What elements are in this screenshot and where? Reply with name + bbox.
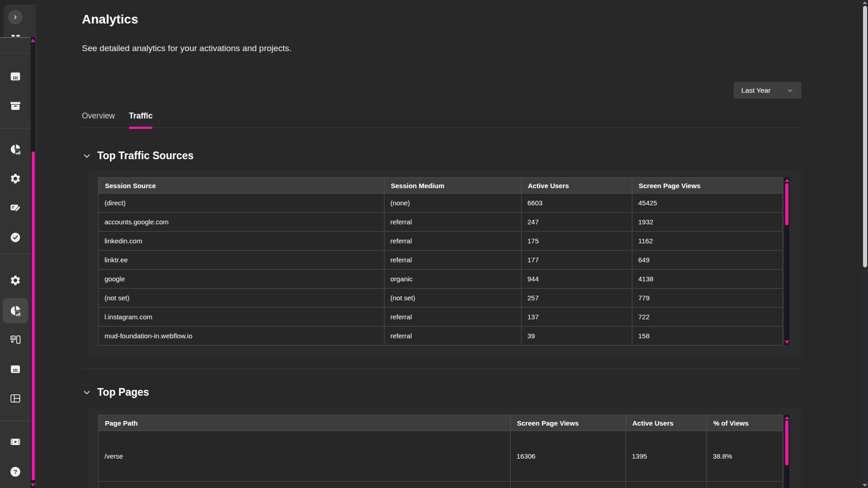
window-scrollbar[interactable]	[862, 0, 868, 488]
sidebar-divider	[0, 53, 30, 53]
table-cell: 16306	[511, 431, 626, 482]
table-cell: 1395	[626, 431, 707, 482]
table-cell: referral	[384, 213, 522, 232]
sidebar-scrollbar[interactable]	[31, 37, 35, 488]
table-cell: organic	[384, 270, 522, 289]
sidebar-item-layout[interactable]	[5, 388, 26, 409]
sidebar-item-media[interactable]	[5, 431, 26, 453]
calendar-icon	[9, 363, 21, 375]
scroll-up-arrow[interactable]	[785, 416, 789, 419]
layout-panels-icon	[9, 393, 21, 404]
table-cell: 9884	[511, 481, 626, 488]
table-cell: 649	[632, 251, 783, 270]
sidebar-item-devices[interactable]	[5, 329, 26, 351]
table-cell: 944	[522, 270, 632, 289]
page-title: Analytics	[82, 12, 138, 27]
table-cell: referral	[384, 251, 522, 270]
table-cell: 175	[522, 232, 632, 251]
sidebar-toggle-button[interactable]	[8, 10, 23, 24]
table-cell: linktr.ee	[99, 251, 384, 270]
table-row: (not set)(not set)257779	[99, 289, 783, 308]
table-cell: referral	[384, 327, 522, 346]
table-cell: 1162	[632, 232, 783, 251]
table-cell: 257	[522, 289, 632, 308]
table-cell: (direct)	[99, 194, 384, 213]
table-row: googleorganic9444138	[99, 270, 783, 289]
table-cell: google	[99, 270, 384, 289]
sidebar-divider	[0, 128, 30, 128]
sidebar-item-archive[interactable]	[5, 95, 26, 117]
table-cell: /verse	[99, 431, 511, 482]
date-range-dropdown[interactable]: Last Year	[734, 82, 802, 99]
pie-chart-icon	[9, 305, 21, 317]
table-cell: 1932	[632, 213, 783, 232]
scroll-up-arrow[interactable]	[863, 1, 867, 4]
table-cell: 6603	[522, 194, 632, 213]
traffic-sources-card: Session SourceSession MediumActive Users…	[87, 170, 802, 358]
check-circle-icon	[9, 232, 21, 243]
table-header-row: Page PathScreen Page ViewsActive Users% …	[99, 415, 783, 431]
scrollbar-thumb[interactable]	[785, 420, 788, 465]
sidebar-divider	[0, 421, 30, 421]
chevron-down-icon	[786, 86, 794, 95]
scroll-down-arrow[interactable]	[863, 484, 867, 487]
question-circle-icon: ?	[9, 466, 21, 478]
section-header-top-traffic-sources[interactable]: Top Traffic Sources	[82, 150, 194, 162]
sidebar-item-tasks[interactable]	[5, 227, 26, 248]
column-header: Session Medium	[384, 178, 522, 194]
table-cell: 39	[522, 327, 632, 346]
card-edit-icon	[9, 202, 21, 213]
chevron-down-icon	[82, 151, 92, 161]
table-row: linkedin.comreferral1751162	[99, 232, 783, 251]
scrollbar-thumb[interactable]	[785, 183, 788, 225]
tab-bar: Overview Traffic	[82, 111, 802, 128]
table-row: /verse.html9884240.7%	[99, 481, 783, 488]
table-cell: /verse.html	[99, 481, 511, 488]
table-cell: referral	[384, 232, 522, 251]
scroll-down-arrow[interactable]	[31, 483, 35, 487]
grid-dots-icon	[9, 71, 21, 82]
table-scrollbar[interactable]	[784, 177, 789, 345]
table-cell: 24	[626, 481, 707, 488]
tab-traffic[interactable]: Traffic	[129, 111, 153, 128]
table-cell: referral	[384, 308, 522, 327]
table-cell: l.instagram.com	[99, 308, 384, 327]
scrollbar-thumb[interactable]	[32, 152, 35, 480]
sidebar-item-help[interactable]: ?	[5, 461, 26, 483]
sidebar-item-settings-2[interactable]	[5, 270, 26, 291]
pie-chart-icon	[9, 143, 21, 155]
traffic-sources-table: Session SourceSession MediumActive Users…	[98, 177, 783, 346]
table-scrollbar[interactable]	[784, 415, 789, 488]
scrollbar-thumb[interactable]	[863, 6, 867, 267]
sidebar-item-settings[interactable]	[5, 168, 26, 190]
sidebar-item-analytics-active[interactable]	[3, 298, 28, 323]
scroll-up-arrow[interactable]	[785, 179, 789, 182]
sidebar-item-grid[interactable]	[5, 66, 26, 87]
section-title: Top Traffic Sources	[97, 150, 194, 162]
partial-icon	[11, 35, 15, 37]
table-cell: 38.8%	[707, 431, 783, 482]
table-header-row: Session SourceSession MediumActive Users…	[99, 178, 783, 194]
sidebar-item-calendar[interactable]	[5, 358, 26, 380]
chevron-right-icon	[11, 13, 20, 22]
table-row: l.instagram.comreferral137722	[99, 308, 783, 327]
archive-box-icon	[9, 100, 21, 112]
gear-icon	[9, 173, 21, 185]
sidebar-item-analytics[interactable]	[5, 138, 26, 160]
table-cell: 158	[632, 327, 783, 346]
scroll-up-arrow[interactable]	[31, 39, 35, 42]
sidebar-divider	[0, 254, 30, 254]
table-cell: (not set)	[99, 289, 384, 308]
main-content: Analytics See detailed analytics for you…	[36, 0, 862, 488]
section-header-top-pages[interactable]: Top Pages	[82, 386, 149, 398]
table-cell: (none)	[384, 194, 522, 213]
scroll-down-arrow[interactable]	[785, 341, 789, 344]
tab-overview[interactable]: Overview	[82, 111, 115, 128]
table-cell: 779	[632, 289, 783, 308]
table-cell: 722	[632, 308, 783, 327]
table-row: (direct)(none)660345425	[99, 194, 783, 213]
table-row: accounts.google.comreferral2471932	[99, 213, 783, 232]
app-window: ? Analytics See detailed analytics for y…	[0, 0, 868, 488]
column-header: Session Source	[99, 178, 384, 194]
sidebar-item-content[interactable]	[5, 197, 26, 218]
